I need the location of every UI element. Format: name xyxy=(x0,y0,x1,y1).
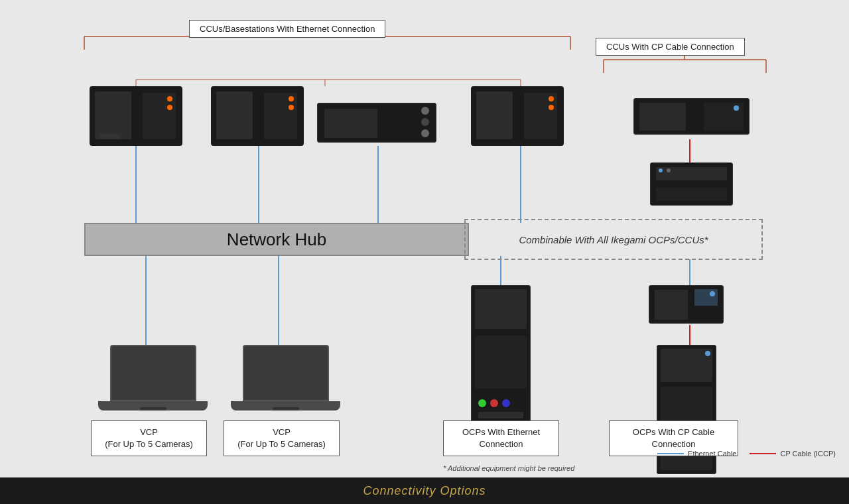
ethernet-legend-label: Ethernet Cable xyxy=(688,450,736,458)
cp-cable-legend: CP Cable (ICCP) xyxy=(750,450,836,458)
footer: Connectivity Options xyxy=(0,477,849,504)
cp-cable-legend-label: CP Cable (ICCP) xyxy=(780,450,836,458)
network-hub: Network Hub xyxy=(84,223,469,256)
ocp-cp-upper-device xyxy=(649,285,724,324)
ccu-cp-device xyxy=(633,98,750,135)
vcp1-label: VCP (For Up To 5 Cameras) xyxy=(91,420,207,456)
vcp-laptop-2 xyxy=(231,345,340,410)
rack-device-1 xyxy=(317,103,436,143)
ethernet-legend: Ethernet Cable xyxy=(657,450,736,458)
legend: Ethernet Cable CP Cable (ICCP) xyxy=(657,450,836,458)
vcp2-label: VCP (For Up To 5 Cameras) xyxy=(224,420,340,456)
ccu-device-2 xyxy=(211,86,304,146)
network-hub-label: Network Hub xyxy=(227,229,326,250)
ccu-device-1 xyxy=(90,86,182,146)
vcp-laptop-1 xyxy=(98,345,208,410)
ccus-ethernet-label: CCUs/Basestations With Ethernet Connecti… xyxy=(189,20,385,38)
ocp-ethernet-panel xyxy=(471,285,531,424)
ocps-ethernet-label: OCPs With Ethernet Connection xyxy=(443,420,559,456)
ccu-device-3 xyxy=(471,86,564,146)
cp-hub-device xyxy=(650,162,733,206)
additional-note: * Additional equipment might be required xyxy=(443,464,574,472)
combinable-label: Combinable With All Ikegami OCPs/CCUs* xyxy=(519,234,708,245)
ccus-cp-label: CCUs With CP Cable Connection xyxy=(596,38,745,56)
combinable-box: Combinable With All Ikegami OCPs/CCUs* xyxy=(464,219,763,260)
footer-title: Connectivity Options xyxy=(363,484,486,498)
main-area: CCUs/Basestations With Ethernet Connecti… xyxy=(0,0,849,477)
